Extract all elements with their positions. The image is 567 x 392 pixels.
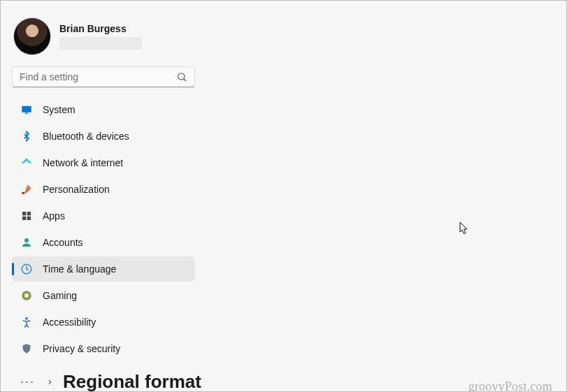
- user-name: Brian Burgess: [59, 23, 142, 34]
- sidebar-item-label: Network & internet: [43, 157, 123, 168]
- sidebar-item-apps[interactable]: Apps: [12, 203, 195, 228]
- sidebar-item-label: Privacy & security: [43, 343, 120, 354]
- user-email-masked: [59, 37, 142, 50]
- svg-point-0: [178, 73, 185, 80]
- sidebar-item-label: Personalization: [43, 184, 110, 195]
- sidebar-item-system[interactable]: System: [12, 97, 195, 122]
- accessibility-icon: [20, 316, 33, 328]
- sidebar-item-label: Gaming: [43, 290, 77, 301]
- bluetooth-icon: [20, 130, 33, 143]
- sidebar-item-label: Accessibility: [43, 317, 96, 328]
- sidebar-item-network[interactable]: Network & internet: [12, 150, 195, 175]
- apps-icon: [20, 210, 33, 222]
- page-title: Regional format: [63, 371, 201, 392]
- chevron-right-icon: [46, 377, 53, 388]
- breadcrumb-more-button[interactable]: ···: [19, 375, 36, 389]
- gaming-icon: [20, 289, 33, 302]
- svg-line-1: [184, 79, 186, 81]
- clock-globe-icon: [20, 263, 33, 275]
- search-box[interactable]: [12, 66, 195, 87]
- sidebar-item-label: Time & language: [43, 263, 116, 275]
- sidebar-item-bluetooth[interactable]: Bluetooth & devices: [12, 124, 195, 149]
- svg-rect-5: [22, 212, 26, 215]
- display-icon: [20, 103, 33, 116]
- sidebar-item-personalization[interactable]: Personalization: [12, 177, 195, 202]
- sidebar-item-label: Bluetooth & devices: [43, 131, 129, 142]
- svg-point-13: [25, 317, 28, 320]
- svg-rect-4: [22, 192, 24, 194]
- svg-rect-3: [25, 113, 29, 115]
- shield-icon: [20, 342, 33, 355]
- sidebar-item-gaming[interactable]: Gaming: [12, 283, 195, 308]
- svg-rect-6: [27, 212, 31, 215]
- sidebar-nav: System Bluetooth & devices Network & int…: [10, 97, 196, 361]
- wifi-icon: [20, 157, 33, 169]
- search-input[interactable]: [20, 71, 176, 82]
- user-profile[interactable]: Brian Burgess: [10, 13, 196, 66]
- sidebar-item-time-language[interactable]: Time & language: [12, 256, 195, 282]
- settings-window: Brian Burgess System Bluetooth & devices: [0, 0, 567, 392]
- sidebar-item-label: System: [43, 104, 76, 115]
- svg-rect-8: [27, 217, 31, 220]
- svg-rect-7: [22, 217, 26, 220]
- person-icon: [20, 236, 33, 249]
- sidebar-item-accessibility[interactable]: Accessibility: [12, 310, 195, 335]
- sidebar-item-label: Accounts: [43, 237, 83, 248]
- svg-rect-2: [22, 106, 31, 112]
- svg-point-12: [24, 293, 29, 298]
- sidebar: Brian Burgess System Bluetooth & devices: [1, 1, 203, 361]
- content-area: ··· Regional format groovyPost.com Calen…: [1, 361, 566, 392]
- mouse-cursor-icon: [459, 222, 469, 235]
- sidebar-item-accounts[interactable]: Accounts: [12, 230, 195, 255]
- svg-point-9: [24, 238, 29, 242]
- search-icon: [176, 71, 187, 82]
- sidebar-item-privacy[interactable]: Privacy & security: [12, 336, 195, 361]
- sidebar-item-label: Apps: [43, 210, 65, 222]
- avatar: [13, 17, 51, 55]
- brush-icon: [20, 183, 33, 196]
- watermark: groovyPost.com: [468, 379, 552, 392]
